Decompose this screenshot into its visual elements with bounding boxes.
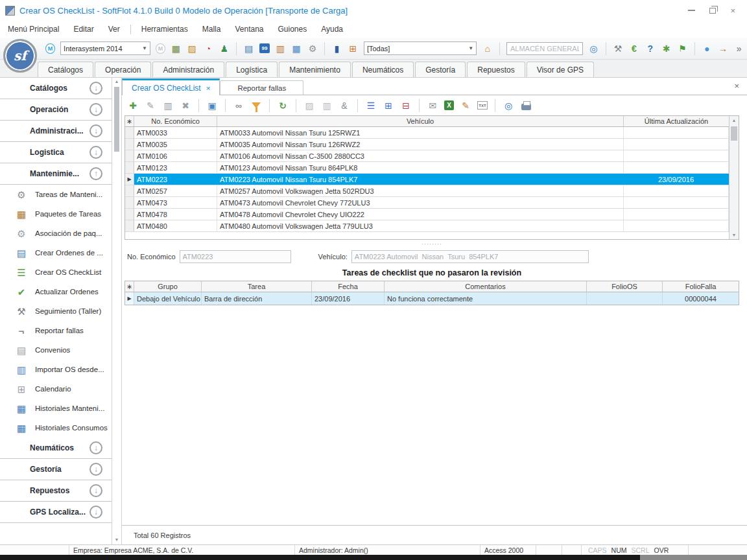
sidebar-item-asociacion-paquetes[interactable]: ⚙ Asociación de paq... xyxy=(0,224,112,243)
sidebar-item-actualizar-ordenes[interactable]: ✔ Actualizar Ordenes xyxy=(0,282,112,301)
operators-icon[interactable]: ♟ xyxy=(219,43,230,54)
menu-herramientas[interactable]: Herramientas xyxy=(141,25,188,34)
add-record-icon[interactable]: ✚ xyxy=(127,100,139,111)
vehicle-checkin-icon[interactable]: ▦ xyxy=(171,43,182,54)
vehicle-row[interactable]: ATM0473 ATM0473 Automovil Chevrolet Chev… xyxy=(125,197,729,209)
tool-search-icon[interactable]: ⚒ xyxy=(613,43,624,54)
menu-editar[interactable]: Editar xyxy=(73,25,93,34)
profile-m-icon[interactable]: M xyxy=(45,43,55,54)
todas-filter-dropdown[interactable]: [Todas]▼ xyxy=(364,41,477,55)
warehouse-input[interactable] xyxy=(506,42,583,55)
sidebar-item-historiales-mantenimiento[interactable]: ▦ Historiales Manteni... xyxy=(0,399,112,418)
refresh-icon[interactable]: ↻ xyxy=(277,100,289,111)
column-folio-falla[interactable]: FolioFalla xyxy=(663,281,739,292)
ribbon-tab-operacion[interactable]: Operación xyxy=(95,62,151,77)
scroll-down-icon[interactable]: ▼ xyxy=(729,233,739,237)
column-fecha[interactable]: Fecha xyxy=(312,281,385,292)
scrollbar-thumb[interactable] xyxy=(114,87,119,152)
new-note-icon[interactable]: ▤ xyxy=(243,43,254,54)
sidebar-group-repuestos[interactable]: Repuestos ↓ xyxy=(0,480,112,502)
checklist-row[interactable]: ▶ Debajo del Vehículo Barra de dirección… xyxy=(125,292,739,305)
edit-record-icon[interactable]: ✎ xyxy=(145,100,156,111)
paperclip-icon[interactable]: & xyxy=(338,100,350,111)
scroll-up-icon[interactable]: ▲ xyxy=(112,79,121,84)
chat-icon[interactable]: ● xyxy=(702,43,713,54)
sidebar-item-seguimiento-taller[interactable]: ⚒ Seguimiento (Taller) xyxy=(0,301,112,321)
ribbon-tab-repuestos[interactable]: Repuestos xyxy=(467,62,525,77)
overflow-icon[interactable]: » xyxy=(733,43,744,54)
menu-menu-principal[interactable]: Menú Principal xyxy=(8,25,59,34)
menu-malla[interactable]: Malla xyxy=(202,25,221,34)
grid-scrollbar[interactable]: ▲ ▼ xyxy=(729,116,739,239)
sidebar-item-crear-ordenes[interactable]: ▤ Crear Ordenes de ... xyxy=(0,243,112,262)
sidebar-item-paquetes-tareas[interactable]: ▦ Paquetes de Tareas xyxy=(0,204,112,224)
tabstrip-close-icon[interactable]: × xyxy=(734,82,739,90)
save-record-icon[interactable]: ▥ xyxy=(162,100,174,111)
email-icon[interactable]: ✉ xyxy=(427,100,438,111)
vehicle-row[interactable]: ATM0033 ATM0033 Automovil Nissan Tsuru 1… xyxy=(125,127,729,139)
help-icon[interactable]: ? xyxy=(645,43,656,54)
sidebar-item-historiales-consumos[interactable]: ▦ Historiales Consumos xyxy=(0,418,112,438)
sidebar-group-operacion[interactable]: Operación ↓ xyxy=(0,99,112,121)
sidebar-group-mantenimiento[interactable]: Mantenimie... ↑ xyxy=(0,163,112,185)
vehicle-row[interactable]: ATM0106 ATM0106 Automovil Nissan C-3500 … xyxy=(125,150,729,162)
vehicle-row[interactable]: ATM0478 ATM0478 Automovil Chevrolet Chev… xyxy=(125,209,729,220)
ribbon-tab-visor-gps[interactable]: Visor de GPS xyxy=(527,62,594,77)
flag-icon[interactable]: ⚑ xyxy=(677,43,688,54)
delete-record-icon[interactable]: ✖ xyxy=(180,100,191,111)
vehicle-row[interactable]: ATM0035 ATM0035 Automovil Nissan Tsuru 1… xyxy=(125,139,729,150)
sidebar-scrollbar[interactable]: ▲ ▼ xyxy=(112,78,122,544)
scroll-down-icon[interactable]: ▼ xyxy=(112,537,121,542)
sidebar-group-logistica[interactable]: Logistica ↓ xyxy=(0,142,112,163)
ribbon-tab-gestoria[interactable]: Gestoría xyxy=(415,62,466,77)
column-tarea[interactable]: Tarea xyxy=(202,281,312,292)
tab-close-icon[interactable]: × xyxy=(206,84,211,92)
column-folio-os[interactable]: FolioOS xyxy=(587,281,663,292)
ribbon-tab-administracion[interactable]: Administración xyxy=(152,62,224,77)
tab-crear-os-checklist[interactable]: Crear OS CheckList × xyxy=(122,78,220,95)
column-ultima-actualizacion[interactable]: Última Actualización xyxy=(624,116,729,126)
vehicle-row[interactable]: ATM0257 ATM0257 Automovil Volkswagen Jet… xyxy=(125,185,729,197)
close-button[interactable]: × xyxy=(730,6,735,15)
gallery-icon[interactable]: ▨ xyxy=(187,43,198,54)
filter-funnel-icon[interactable] xyxy=(250,100,262,111)
menu-guiones[interactable]: Guiones xyxy=(278,25,307,34)
profile-dropdown[interactable]: Interasystem 2014▼ xyxy=(60,41,150,55)
sidebar-group-gps-localizacion[interactable]: GPS Localiza... ↓ xyxy=(0,502,112,523)
sidebar-group-administracion[interactable]: Administraci... ↓ xyxy=(0,121,112,142)
ribbon-tab-logistica[interactable]: Logística xyxy=(226,62,278,77)
sidebar-item-calendario[interactable]: ⊞ Calendario xyxy=(0,379,112,399)
exit-icon[interactable]: → xyxy=(718,43,729,54)
vehicle-row[interactable]: ATM0480 ATM0480 Automovil Volkswagen Jet… xyxy=(125,220,729,232)
sidebar-item-reportar-fallas[interactable]: ¬ Reportar fallas xyxy=(0,321,112,340)
tree-collapse-icon[interactable]: ⊟ xyxy=(400,100,412,111)
menu-ayuda[interactable]: Ayuda xyxy=(321,25,343,34)
bug-icon[interactable]: ✱ xyxy=(661,43,672,54)
menu-ventana[interactable]: Ventana xyxy=(235,25,263,34)
sidebar-item-importar-os[interactable]: ▥ Importar OS desde... xyxy=(0,360,112,379)
print-icon[interactable] xyxy=(520,100,532,111)
notebook-icon[interactable]: ▮ xyxy=(331,43,342,54)
vehicle-row[interactable]: ATM0123 ATM0123 Automovil Nissan Tsuru 8… xyxy=(125,162,729,174)
sidebar-group-gestoria[interactable]: Gestoría ↓ xyxy=(0,459,112,480)
globe-icon[interactable]: ◎ xyxy=(588,43,599,54)
export-doc-icon[interactable]: ✎ xyxy=(460,100,471,111)
binoculars-search-icon[interactable]: ∞ xyxy=(233,100,244,111)
ribbon-tab-catalogos[interactable]: Catálogos xyxy=(38,62,93,77)
sidebar-item-crear-os-checklist[interactable]: ☰ Crear OS CheckList xyxy=(0,262,112,282)
tab-reportar-fallas[interactable]: Reportar fallas xyxy=(220,80,303,95)
scrollbar-thumb[interactable] xyxy=(731,126,737,141)
column-no-economico[interactable]: No. Económico xyxy=(134,116,217,126)
ribbon-tab-neumaticos[interactable]: Neumáticos xyxy=(352,62,414,77)
tree-group-icon[interactable]: ☰ xyxy=(365,100,377,111)
restore-button[interactable] xyxy=(709,8,716,14)
minimize-button[interactable] xyxy=(688,10,695,11)
scroll-up-icon[interactable]: ▲ xyxy=(729,118,739,122)
sidebar-group-neumaticos[interactable]: Neumáticos ↓ xyxy=(0,438,112,459)
coins-icon[interactable]: € xyxy=(629,43,640,54)
sidebar-item-tareas-mantenimiento[interactable]: ⚙ Tareas de Manteni... xyxy=(0,185,112,204)
export-txt-icon[interactable]: TXT xyxy=(477,101,488,110)
splitter-handle[interactable]: ········ xyxy=(124,240,739,248)
window-manager-icon[interactable]: ⊞ xyxy=(348,43,359,54)
column-vehiculo[interactable]: Vehículo xyxy=(217,116,624,126)
